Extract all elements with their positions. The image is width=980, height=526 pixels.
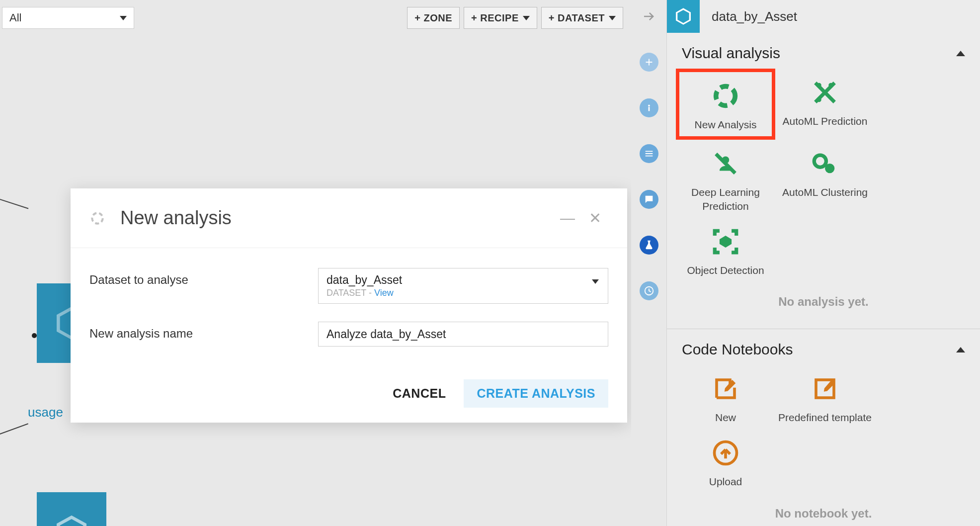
add-dataset-button[interactable]: + DATASET [541, 7, 623, 29]
automl-prediction-icon [778, 78, 872, 107]
chevron-up-icon[interactable] [956, 51, 965, 56]
create-analysis-button[interactable]: CREATE ANALYSIS [464, 379, 608, 408]
tile-object-detection[interactable]: Object Detection [676, 218, 775, 282]
tile-new-analysis[interactable]: New Analysis [676, 69, 775, 140]
edge [0, 423, 28, 443]
tile-label: AutoML Prediction [778, 114, 872, 128]
svg-point-9 [825, 164, 834, 173]
lab-icon[interactable] [640, 236, 658, 255]
tile-notebook-template[interactable]: Predefined template [775, 365, 875, 429]
expand-panel-icon[interactable] [640, 7, 658, 26]
filter-dropdown[interactable]: All [2, 7, 134, 29]
history-icon[interactable] [640, 281, 658, 300]
edge [0, 190, 28, 209]
svg-point-8 [814, 155, 826, 167]
cube-icon [52, 512, 91, 526]
chat-icon[interactable] [640, 190, 658, 209]
svg-point-5 [817, 83, 821, 88]
svg-point-1 [648, 105, 650, 107]
analysis-icon [89, 210, 105, 226]
side-icon-strip [631, 0, 667, 526]
modal-title: New analysis [120, 207, 232, 229]
right-panel: data_by_Asset Visual analysis New Analys… [667, 0, 980, 526]
tile-label: Object Detection [679, 263, 772, 277]
dataset-select-value: data_by_Asset [327, 273, 600, 287]
add-dataset-label: + DATASET [549, 12, 605, 24]
new-analysis-modal: New analysis — ✕ Dataset to analyse data… [71, 188, 627, 423]
caret-down-icon [120, 16, 127, 20]
tile-automl-prediction[interactable]: AutoML Prediction [775, 69, 875, 140]
add-icon[interactable] [640, 53, 658, 72]
dataset-select[interactable]: data_by_Asset DATASET - View [318, 268, 608, 304]
tile-label: Deep Learning Prediction [679, 185, 772, 213]
edge-endpoint [32, 333, 37, 338]
right-panel-header: data_by_Asset [667, 0, 980, 33]
code-notebooks-section: Code Notebooks New Predefined template [667, 329, 980, 526]
caret-down-icon [592, 279, 599, 284]
add-zone-label: + ZONE [414, 12, 452, 24]
tile-label: Upload [679, 475, 772, 488]
list-icon[interactable] [640, 144, 658, 163]
tile-label: New Analysis [682, 118, 769, 131]
visual-analysis-section: Visual analysis New Analysis AutoML Pred… [667, 33, 980, 329]
svg-point-7 [817, 97, 821, 102]
dataset-field-label: Dataset to analyse [89, 268, 318, 287]
view-dataset-link[interactable]: View [374, 288, 394, 298]
upload-icon [679, 438, 772, 468]
dataset-node-label: usage [28, 405, 63, 420]
svg-rect-2 [648, 107, 650, 111]
dataset-node[interactable] [37, 492, 106, 526]
visual-empty-text: No analysis yet. [676, 282, 971, 324]
automl-clustering-icon [778, 149, 872, 178]
tile-label: New [679, 411, 772, 424]
info-icon[interactable] [640, 98, 658, 117]
svg-point-4 [716, 87, 735, 106]
add-recipe-button[interactable]: + RECIPE [464, 7, 537, 29]
tile-notebook-new[interactable]: New [676, 365, 775, 429]
svg-point-6 [828, 83, 833, 88]
analysis-ring-icon [682, 81, 769, 111]
minimize-icon[interactable]: — [553, 210, 582, 227]
chevron-up-icon[interactable] [956, 347, 965, 352]
object-detection-icon [679, 227, 772, 257]
code-notebooks-heading: Code Notebooks [682, 341, 793, 358]
template-icon [778, 374, 872, 404]
tile-automl-clustering[interactable]: AutoML Clustering [775, 140, 875, 218]
filter-selected: All [9, 11, 21, 24]
tile-notebook-upload[interactable]: Upload [676, 429, 775, 493]
tile-label: AutoML Clustering [778, 185, 872, 199]
visual-analysis-heading: Visual analysis [682, 45, 780, 62]
analysis-name-input[interactable] [318, 322, 608, 347]
add-recipe-label: + RECIPE [471, 12, 519, 24]
dataset-type-label: DATASET [327, 288, 366, 298]
tile-label: Predefined template [778, 411, 872, 424]
notebook-empty-text: No notebook yet. [676, 494, 971, 526]
dataset-icon [667, 0, 700, 33]
close-icon[interactable]: ✕ [582, 209, 608, 227]
cancel-button[interactable]: CANCEL [390, 379, 449, 408]
deep-learning-icon [679, 149, 772, 178]
caret-down-icon [523, 16, 530, 20]
right-panel-title: data_by_Asset [712, 9, 797, 24]
name-field-label: New analysis name [89, 322, 318, 341]
svg-point-0 [92, 213, 102, 223]
edit-icon [679, 374, 772, 404]
tile-deep-learning-prediction[interactable]: Deep Learning Prediction [676, 140, 775, 218]
add-zone-button[interactable]: + ZONE [407, 7, 460, 29]
caret-down-icon [609, 16, 616, 20]
